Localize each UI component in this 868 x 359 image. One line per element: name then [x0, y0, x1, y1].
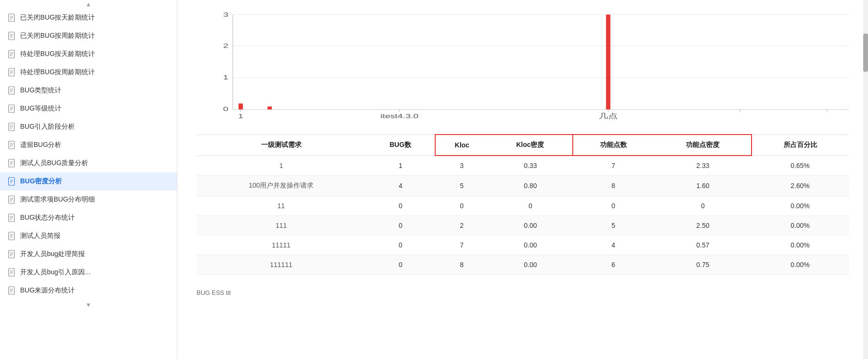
td-kloc-density: 0.33	[488, 156, 573, 176]
sidebar-item-label: 测试需求项BUG分布明细	[20, 195, 95, 204]
doc-icon	[8, 159, 16, 168]
sidebar-item-label: BUG来源分布统计	[20, 286, 75, 295]
td-req: 111111	[197, 255, 366, 275]
th-bug: BUG数	[366, 135, 435, 156]
table-body: 1130.3372.330.65%100用户并发操作请求450.8081.602…	[197, 156, 849, 275]
data-table: 一级测试需求 BUG数 Kloc Kloc密度 功能点数 功能点密度 所占百分比…	[197, 134, 849, 275]
td-kloc: 3	[435, 156, 488, 176]
doc-icon	[8, 213, 16, 222]
doc-icon	[8, 123, 16, 131]
td-kloc: 2	[435, 216, 488, 236]
main-scrollbar-thumb[interactable]	[863, 34, 868, 72]
main-content: 3 2 1 0 1 itest4.3.0 几点	[177, 0, 868, 359]
doc-icon	[8, 32, 16, 40]
sidebar-item-label: BUG等级统计	[20, 104, 61, 113]
chart-container: 3 2 1 0 1 itest4.3.0 几点	[177, 0, 868, 129]
sidebar-item-legacy-bug[interactable]: 遗留BUG分析	[0, 136, 177, 154]
table-header-row: 一级测试需求 BUG数 Kloc Kloc密度 功能点数 功能点密度 所占百分比	[197, 135, 849, 156]
td-percent: 0.00%	[752, 236, 849, 255]
table-container: 一级测试需求 BUG数 Kloc Kloc密度 功能点数 功能点密度 所占百分比…	[177, 129, 868, 284]
td-func: 6	[573, 255, 654, 275]
sidebar-item-bug-density[interactable]: BUG密度分析	[0, 172, 177, 191]
doc-icon	[8, 232, 16, 240]
td-bug: 0	[366, 255, 435, 275]
sidebar-item-dev-bug-cause[interactable]: 开发人员bug引入原因...	[0, 263, 177, 281]
doc-icon	[8, 68, 16, 77]
main-scrollbar[interactable]	[863, 0, 868, 359]
th-kloc-density: Kloc密度	[488, 135, 573, 156]
td-bug: 0	[366, 196, 435, 216]
td-req: 11111	[197, 236, 366, 255]
td-kloc: 7	[435, 236, 488, 255]
td-kloc-density: 0.00	[488, 216, 573, 236]
doc-icon	[8, 177, 16, 186]
chart-area: 3 2 1 0 1 itest4.3.0 几点	[197, 10, 849, 124]
sidebar-item-label: BUG密度分析	[20, 177, 62, 186]
td-func-density: 1.60	[654, 176, 752, 196]
svg-text:1: 1	[223, 74, 229, 81]
td-percent: 2.60%	[752, 176, 849, 196]
scroll-up-indicator: ▲	[0, 0, 177, 9]
svg-text:2: 2	[223, 42, 229, 49]
sidebar-item-label: 已关闭BUG按周龄期统计	[20, 32, 95, 40]
sidebar-item-label: 测试人员简报	[20, 232, 60, 240]
td-func: 8	[573, 176, 654, 196]
svg-text:几点: 几点	[599, 112, 618, 120]
sidebar-item-bug-source-dist[interactable]: BUG来源分布统计	[0, 281, 177, 300]
sidebar-item-bug-level[interactable]: BUG等级统计	[0, 100, 177, 118]
th-func-density: 功能点密度	[654, 135, 752, 156]
td-req: 11	[197, 196, 366, 216]
td-req: 111	[197, 216, 366, 236]
td-percent: 0.00%	[752, 216, 849, 236]
svg-rect-73	[239, 103, 243, 110]
sidebar-item-closed-bug-weekly[interactable]: 已关闭BUG按周龄期统计	[0, 27, 177, 45]
sidebar-item-closed-bug-daily[interactable]: 已关闭BUG按天龄期统计	[0, 9, 177, 27]
td-bug: 0	[366, 236, 435, 255]
td-kloc-density: 0.00	[488, 255, 573, 275]
sidebar-item-test-req-bug-detail[interactable]: 测试需求项BUG分布明细	[0, 191, 177, 209]
svg-rect-74	[267, 106, 272, 109]
doc-icon	[8, 50, 16, 58]
sidebar-item-tester-report[interactable]: 测试人员简报	[0, 227, 177, 245]
sidebar-item-bug-intro[interactable]: BUG引入阶段分析	[0, 118, 177, 136]
sidebar-item-bug-status-dist[interactable]: BUG状态分布统计	[0, 209, 177, 227]
table-row: 1130.3372.330.65%	[197, 156, 849, 176]
td-func-density: 0	[654, 196, 752, 216]
svg-rect-75	[606, 14, 610, 109]
sidebar-item-dev-bug-report[interactable]: 开发人员bug处理简报	[0, 245, 177, 263]
sidebar-item-label: BUG状态分布统计	[20, 213, 75, 222]
bottom-label: BUG ESS tit	[177, 284, 868, 301]
sidebar-item-pending-bug-weekly[interactable]: 待处理BUG按周龄期统计	[0, 63, 177, 81]
td-req: 100用户并发操作请求	[197, 176, 366, 196]
sidebar-item-tester-bug-quality[interactable]: 测试人员BUG质量分析	[0, 154, 177, 172]
sidebar: ▲ 已关闭BUG按天龄期统计 已关闭BUG按周龄期统计 待处理BUG按天龄期统计…	[0, 0, 177, 359]
sidebar-item-label: 测试人员BUG质量分析	[20, 159, 88, 168]
sidebar-item-label: 待处理BUG按周龄期统计	[20, 68, 95, 77]
td-func: 7	[573, 156, 654, 176]
th-kloc: Kloc	[435, 135, 488, 156]
sidebar-item-label: 已关闭BUG按天龄期统计	[20, 13, 95, 22]
table-row: 11111070.0040.570.00%	[197, 236, 849, 255]
td-kloc: 0	[435, 196, 488, 216]
sidebar-item-label: 开发人员bug引入原因...	[20, 268, 91, 277]
td-kloc-density: 0.00	[488, 236, 573, 255]
td-func-density: 0.57	[654, 236, 752, 255]
table-row: 111020.0052.500.00%	[197, 216, 849, 236]
sidebar-item-label: 待处理BUG按天龄期统计	[20, 50, 95, 58]
td-func-density: 0.75	[654, 255, 752, 275]
sidebar-item-pending-bug-daily[interactable]: 待处理BUG按天龄期统计	[0, 45, 177, 63]
th-func: 功能点数	[573, 135, 654, 156]
sidebar-item-label: BUG引入阶段分析	[20, 123, 75, 131]
svg-text:1: 1	[238, 112, 243, 120]
td-kloc: 5	[435, 176, 488, 196]
th-percent: 所占百分比	[752, 135, 849, 156]
scroll-down-indicator: ▼	[0, 300, 177, 310]
td-func-density: 2.33	[654, 156, 752, 176]
doc-icon	[8, 268, 16, 277]
table-row: 111111080.0060.750.00%	[197, 255, 849, 275]
sidebar-item-label: 开发人员bug处理简报	[20, 250, 85, 258]
th-req: 一级测试需求	[197, 135, 366, 156]
sidebar-item-bug-type[interactable]: BUG类型统计	[0, 81, 177, 100]
doc-icon	[8, 104, 16, 113]
td-percent: 0.00%	[752, 196, 849, 216]
